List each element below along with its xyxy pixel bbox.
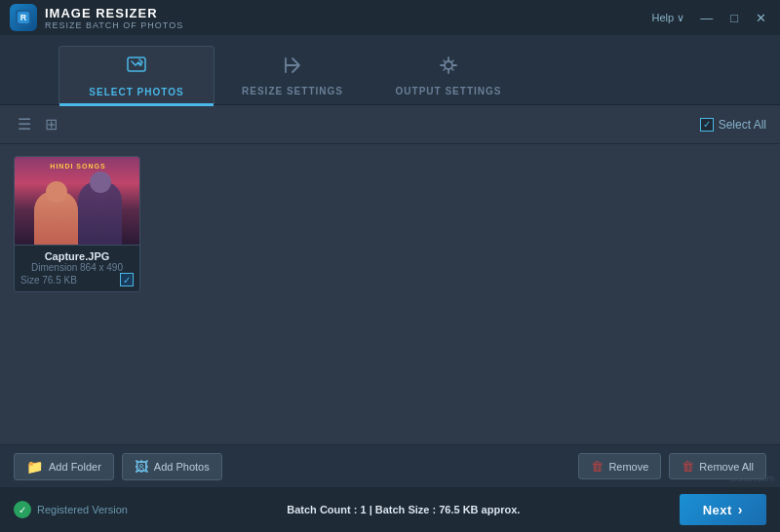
remove-label: Remove (608, 461, 648, 473)
next-label: Next (703, 503, 732, 517)
tab-select-photos[interactable]: SELECT PHOTOS (58, 46, 214, 104)
select-all-label: Select All (719, 118, 766, 132)
chevron-down-icon: ∨ (677, 12, 684, 24)
status-center: Batch Count : 1 | Batch Size : 76.5 KB a… (287, 504, 520, 515)
tabs-bar: SELECT PHOTOS RESIZE SETTINGS OUTPUT SET… (0, 35, 780, 105)
figure-left (34, 191, 78, 245)
remove-icon: 🗑 (591, 459, 604, 474)
thumb-figures (15, 192, 140, 245)
title-bar-left: R IMAGE RESIZER RESIZE BATCH OF PHOTOS (10, 4, 183, 31)
photo-icon: 🖼 (135, 459, 148, 475)
status-bar: ✓ Registered Version Batch Count : 1 | B… (0, 487, 780, 532)
select-all-checkbox[interactable]: ✓ (700, 118, 714, 132)
app-logo: R (10, 4, 37, 31)
app-name: IMAGE RESIZER (45, 6, 183, 20)
add-photos-button[interactable]: 🖼 Add Photos (122, 453, 222, 480)
minimize-button[interactable]: — (696, 9, 717, 27)
add-folder-label: Add Folder (49, 461, 101, 473)
photo-checkbox[interactable]: ✓ (120, 273, 134, 286)
window-controls: — □ ✕ (696, 9, 770, 27)
batch-size-value: 76.5 KB approx. (439, 504, 520, 515)
svg-text:R: R (20, 13, 27, 22)
help-button[interactable]: Help ∨ (652, 12, 685, 24)
photo-info: Capture.JPG Dimension 864 x 490 Size 76.… (15, 245, 139, 291)
close-button[interactable]: ✕ (752, 9, 770, 27)
list-view-button[interactable]: ☰ (14, 113, 35, 135)
batch-size-label: | Batch Size : (370, 504, 436, 515)
select-all-area[interactable]: ✓ Select All (700, 118, 766, 132)
add-photos-label: Add Photos (154, 461, 210, 473)
tab-resize-settings-label: RESIZE SETTINGS (242, 86, 343, 96)
view-toggles: ☰ ⊞ (14, 113, 61, 135)
batch-count-label: Batch Count : (287, 504, 357, 515)
tab-output-settings-label: OUTPUT SETTINGS (396, 86, 502, 96)
folder-icon: 📁 (26, 459, 43, 475)
tab-resize-settings[interactable]: RESIZE SETTINGS (214, 46, 370, 104)
select-photos-icon (125, 55, 148, 83)
bottom-action-bar: 📁 Add Folder 🖼 Add Photos 🗑 Remove 🗑 Rem… (0, 444, 780, 487)
maximize-button[interactable]: □ (726, 9, 742, 27)
remove-all-label: Remove All (699, 461, 754, 473)
app-subtitle: RESIZE BATCH OF PHOTOS (45, 20, 183, 30)
status-left: ✓ Registered Version (14, 501, 128, 518)
remove-button[interactable]: 🗑 Remove (578, 453, 661, 479)
photo-grid: HINDI SONGS Capture.JPG Dimension 864 x … (0, 144, 780, 304)
add-folder-button[interactable]: 📁 Add Folder (14, 453, 114, 480)
list-item[interactable]: HINDI SONGS Capture.JPG Dimension 864 x … (14, 156, 140, 292)
photo-thumbnail: HINDI SONGS (15, 157, 140, 245)
remove-all-icon: 🗑 (682, 459, 694, 474)
photo-size-row: Size 76.5 KB ✓ (20, 273, 134, 286)
watermark: wsxdn.com (730, 474, 774, 483)
photo-name: Capture.JPG (20, 250, 134, 262)
photo-thumb-inner: HINDI SONGS (15, 157, 140, 245)
title-bar-right: Help ∨ — □ ✕ (652, 9, 770, 27)
batch-count-value: 1 (360, 504, 366, 515)
main-content: ☰ ⊞ ✓ Select All HINDI SONGS (0, 105, 780, 487)
app-title-text: IMAGE RESIZER RESIZE BATCH OF PHOTOS (45, 6, 183, 30)
registered-label: Registered Version (37, 504, 128, 515)
tab-select-photos-label: SELECT PHOTOS (89, 87, 183, 97)
grid-view-button[interactable]: ⊞ (41, 113, 61, 135)
registered-check-icon: ✓ (14, 501, 31, 518)
tab-output-settings[interactable]: OUTPUT SETTINGS (370, 46, 526, 104)
resize-settings-icon (281, 54, 304, 82)
output-settings-icon (437, 54, 460, 82)
photo-size: Size 76.5 KB (20, 275, 77, 285)
content-toolbar: ☰ ⊞ ✓ Select All (0, 105, 780, 144)
next-button[interactable]: Next › (680, 494, 766, 525)
photo-dimension: Dimension 864 x 490 (20, 262, 134, 273)
bottom-left-buttons: 📁 Add Folder 🖼 Add Photos (14, 453, 222, 480)
next-arrow-icon: › (738, 502, 743, 517)
thumb-text-overlay: HINDI SONGS (15, 163, 140, 170)
figure-right (78, 181, 122, 245)
title-bar: R IMAGE RESIZER RESIZE BATCH OF PHOTOS H… (0, 0, 780, 35)
